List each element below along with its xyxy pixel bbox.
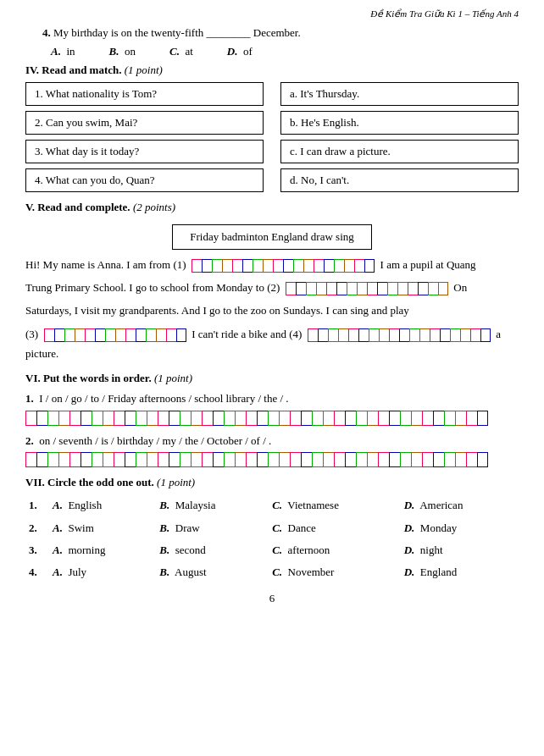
para4-mid: I can't ride a bike and (4)	[192, 328, 302, 340]
q4-text: 4. My birthday is on the twenty-fifth __…	[42, 25, 519, 41]
match-container: 1. What nationality is Tom? 2. Can you s…	[25, 82, 519, 192]
para2-end: On	[453, 281, 467, 294]
vi-q1-text: I / on / go / to / Friday afternoons / s…	[39, 392, 288, 405]
match-left: 1. What nationality is Tom? 2. Can you s…	[25, 82, 264, 192]
odd-num: 1.	[25, 494, 49, 516]
odd-opt-d: D. Monday	[401, 517, 519, 539]
word-bank-center: Friday badminton England draw sing	[25, 219, 519, 255]
odd-opt-a: A. English	[49, 494, 156, 516]
odd-row-4: 4. A. July B. August C. November D. Engl…	[25, 561, 519, 583]
odd-table: 1. A. English B. Malaysia C. Vietnamese …	[25, 494, 519, 582]
question-4: 4. My birthday is on the twenty-fifth __…	[25, 25, 519, 58]
match-right-b: b. He's English.	[280, 111, 519, 135]
para1-start: Hi! My name is Anna. I am from (1)	[25, 258, 186, 271]
para4-start: (3)	[25, 328, 38, 340]
fill-grid-2[interactable]	[286, 282, 448, 295]
match-left-3: 3. What day is it today?	[25, 140, 264, 163]
q4-opt-c: C. at	[169, 45, 193, 58]
odd-num: 4.	[25, 561, 49, 583]
match-left-2: 2. Can you swim, Mai?	[25, 111, 264, 135]
section-vi: VI. Put the words in order. (1 point) 1.…	[25, 372, 519, 467]
page-number: 6	[25, 592, 519, 605]
odd-row-3: 3. A. morning B. second C. afternoon D. …	[25, 539, 519, 561]
vi-q1: 1. I / on / go / to / Friday afternoons …	[25, 390, 519, 407]
q4-content: My birthday is on the twenty-fifth _____…	[53, 26, 301, 39]
q4-number: 4.	[42, 26, 51, 39]
odd-opt-c: C. November	[269, 561, 401, 583]
odd-opt-c: C. afternoon	[269, 539, 401, 561]
odd-opt-d: D. night	[401, 539, 519, 561]
odd-opt-b: B. August	[156, 561, 269, 583]
q4-opt-b: B. on	[109, 45, 136, 58]
odd-opt-d: D. England	[401, 561, 519, 583]
odd-row-2: 2. A. Swim B. Draw C. Dance D. Monday	[25, 517, 519, 539]
para1-end: I am a pupil at Quang	[380, 258, 476, 271]
answer-grid-vi1[interactable]	[25, 411, 519, 426]
section-v: V. Read and complete. (2 points) Friday …	[25, 201, 519, 364]
section-vii: VII. Circle the odd one out. (1 point) 1…	[25, 476, 519, 582]
fill-grid-1[interactable]	[192, 259, 375, 273]
odd-opt-b: B. Draw	[156, 517, 269, 539]
q4-opt-d: D. of	[227, 45, 253, 58]
match-right-c: c. I can draw a picture.	[280, 140, 519, 163]
fill-grid-4[interactable]	[308, 328, 491, 342]
odd-opt-d: D. American	[401, 494, 519, 516]
section-vii-heading: VII. Circle the odd one out. (1 point)	[25, 476, 519, 489]
match-right-d: d. No, I can't.	[280, 168, 519, 192]
q4-options: A. in B. on C. at D. of	[51, 45, 519, 58]
section-iv-heading: IV. Read and match. (1 point)	[25, 63, 519, 77]
vi-q2-text: on / seventh / is / birthday / my / the …	[39, 434, 271, 447]
odd-opt-c: C. Dance	[269, 517, 401, 539]
odd-num: 2.	[25, 517, 49, 539]
fill-grid-3[interactable]	[44, 328, 186, 342]
vi-q1-num: 1.	[25, 392, 34, 405]
section-v-heading: V. Read and complete. (2 points)	[25, 201, 519, 214]
para2-start: Trung Primary School. I go to school fro…	[25, 281, 280, 294]
q4-opt-a: A. in	[51, 45, 75, 58]
match-right: a. It's Thursday. b. He's English. c. I …	[280, 82, 519, 192]
match-left-1: 1. What nationality is Tom?	[25, 82, 264, 106]
answer-grid-vi2[interactable]	[25, 452, 519, 467]
odd-row-1: 1. A. English B. Malaysia C. Vietnamese …	[25, 494, 519, 516]
para3: Saturdays, I visit my grandparents. And …	[25, 301, 519, 320]
vi-q2: 2. on / seventh / is / birthday / my / t…	[25, 433, 519, 450]
odd-opt-c: C. Vietnamese	[269, 494, 401, 516]
odd-opt-b: B. second	[156, 539, 269, 561]
odd-opt-b: B. Malaysia	[156, 494, 269, 516]
section-iv: IV. Read and match. (1 point) 1. What na…	[25, 63, 519, 192]
odd-num: 3.	[25, 539, 49, 561]
match-right-a: a. It's Thursday.	[280, 82, 519, 106]
match-left-4: 4. What can you do, Quan?	[25, 168, 264, 192]
para2: Trung Primary School. I go to school fro…	[25, 278, 519, 297]
odd-opt-a: A. morning	[49, 539, 156, 561]
exam-title: Đề Kiểm Tra Giữa Kì 1 – Tiếng Anh 4	[25, 8, 519, 19]
para4: (3) I can't ride a bike and (4) a pictur…	[25, 324, 519, 364]
para3-text: Saturdays, I visit my grandparents. And …	[25, 304, 409, 317]
word-bank: Friday badminton England draw sing	[172, 224, 372, 250]
odd-opt-a: A. Swim	[49, 517, 156, 539]
section-vi-heading: VI. Put the words in order. (1 point)	[25, 372, 519, 385]
odd-opt-a: A. July	[49, 561, 156, 583]
para1: Hi! My name is Anna. I am from (1) I am …	[25, 255, 519, 274]
vi-q2-num: 2.	[25, 434, 34, 447]
